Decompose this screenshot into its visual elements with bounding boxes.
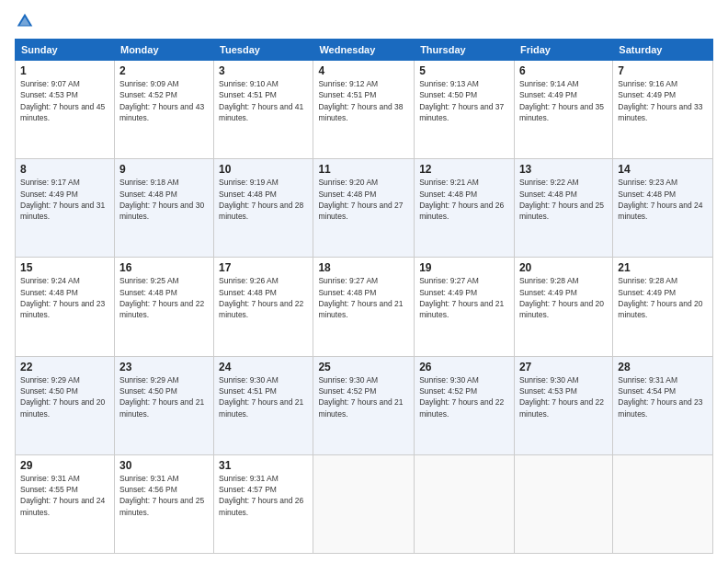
- day-number: 16: [119, 261, 209, 274]
- day-detail: Sunrise: 9:28 AMSunset: 4:49 PMDaylight:…: [618, 276, 702, 319]
- day-number: 13: [519, 163, 608, 176]
- calendar-cell: 22 Sunrise: 9:29 AMSunset: 4:50 PMDaylig…: [16, 356, 115, 454]
- day-number: 24: [219, 361, 308, 373]
- day-detail: Sunrise: 9:18 AMSunset: 4:48 PMDaylight:…: [119, 178, 204, 221]
- day-number: 11: [318, 163, 409, 176]
- calendar-cell: 11 Sunrise: 9:20 AMSunset: 4:48 PMDaylig…: [313, 159, 415, 258]
- day-number: 29: [20, 459, 109, 472]
- calendar-cell: [514, 454, 612, 553]
- calendar-cell: 7 Sunrise: 9:16 AMSunset: 4:49 PMDayligh…: [613, 61, 713, 159]
- calendar-cell: 25 Sunrise: 9:30 AMSunset: 4:52 PMDaylig…: [313, 356, 415, 454]
- day-number: 2: [119, 64, 209, 77]
- day-number: 21: [618, 261, 708, 274]
- day-detail: Sunrise: 9:17 AMSunset: 4:49 PMDaylight:…: [20, 178, 105, 221]
- day-number: 1: [20, 64, 109, 77]
- day-detail: Sunrise: 9:24 AMSunset: 4:48 PMDaylight:…: [20, 276, 105, 319]
- day-detail: Sunrise: 9:16 AMSunset: 4:49 PMDaylight:…: [618, 79, 702, 122]
- day-detail: Sunrise: 9:12 AMSunset: 4:51 PMDaylight:…: [318, 79, 403, 122]
- calendar-cell: 15 Sunrise: 9:24 AMSunset: 4:48 PMDaylig…: [16, 258, 115, 356]
- calendar-cell: 3 Sunrise: 9:10 AMSunset: 4:51 PMDayligh…: [214, 61, 313, 159]
- day-detail: Sunrise: 9:30 AMSunset: 4:51 PMDaylight:…: [219, 375, 303, 419]
- calendar-cell: 19 Sunrise: 9:27 AMSunset: 4:49 PMDaylig…: [415, 258, 515, 356]
- day-number: 20: [519, 261, 608, 274]
- calendar-cell: 18 Sunrise: 9:27 AMSunset: 4:48 PMDaylig…: [313, 258, 415, 356]
- calendar-cell: 9 Sunrise: 9:18 AMSunset: 4:48 PMDayligh…: [114, 159, 213, 258]
- day-number: 7: [618, 64, 708, 77]
- day-number: 28: [618, 361, 708, 373]
- day-number: 3: [219, 64, 308, 77]
- day-number: 6: [519, 64, 608, 77]
- day-detail: Sunrise: 9:29 AMSunset: 4:50 PMDaylight:…: [20, 375, 105, 419]
- week-row-2: 8 Sunrise: 9:17 AMSunset: 4:49 PMDayligh…: [16, 159, 713, 258]
- day-detail: Sunrise: 9:26 AMSunset: 4:48 PMDaylight:…: [219, 276, 303, 319]
- day-number: 18: [318, 261, 409, 274]
- day-detail: Sunrise: 9:29 AMSunset: 4:50 PMDaylight:…: [119, 375, 204, 419]
- calendar-cell: 16 Sunrise: 9:25 AMSunset: 4:48 PMDaylig…: [114, 258, 213, 356]
- day-detail: Sunrise: 9:10 AMSunset: 4:51 PMDaylight:…: [219, 79, 303, 122]
- day-number: 26: [419, 361, 509, 373]
- calendar-cell: [613, 454, 713, 553]
- calendar-cell: 1 Sunrise: 9:07 AMSunset: 4:53 PMDayligh…: [16, 61, 115, 159]
- day-detail: Sunrise: 9:28 AMSunset: 4:49 PMDaylight:…: [519, 276, 604, 319]
- calendar-cell: 6 Sunrise: 9:14 AMSunset: 4:49 PMDayligh…: [514, 61, 612, 159]
- day-detail: Sunrise: 9:14 AMSunset: 4:49 PMDaylight:…: [519, 79, 604, 122]
- day-number: 19: [419, 261, 509, 274]
- calendar-cell: 30 Sunrise: 9:31 AMSunset: 4:56 PMDaylig…: [114, 454, 213, 553]
- page: SundayMondayTuesdayWednesdayThursdayFrid…: [0, 0, 728, 563]
- day-detail: Sunrise: 9:30 AMSunset: 4:52 PMDaylight:…: [419, 375, 504, 419]
- day-number: 25: [318, 361, 409, 373]
- calendar-cell: 26 Sunrise: 9:30 AMSunset: 4:52 PMDaylig…: [415, 356, 515, 454]
- day-number: 31: [219, 459, 308, 472]
- day-number: 15: [20, 261, 109, 274]
- weekday-header-sunday: Sunday: [16, 40, 115, 61]
- weekday-header-row: SundayMondayTuesdayWednesdayThursdayFrid…: [16, 40, 713, 61]
- calendar-cell: 10 Sunrise: 9:19 AMSunset: 4:48 PMDaylig…: [214, 159, 313, 258]
- day-detail: Sunrise: 9:19 AMSunset: 4:48 PMDaylight:…: [219, 178, 303, 221]
- day-detail: Sunrise: 9:21 AMSunset: 4:48 PMDaylight:…: [419, 178, 504, 221]
- day-detail: Sunrise: 9:27 AMSunset: 4:49 PMDaylight:…: [419, 276, 504, 319]
- day-detail: Sunrise: 9:22 AMSunset: 4:48 PMDaylight:…: [519, 178, 604, 221]
- day-detail: Sunrise: 9:31 AMSunset: 4:57 PMDaylight:…: [219, 474, 303, 517]
- day-detail: Sunrise: 9:20 AMSunset: 4:48 PMDaylight:…: [318, 178, 403, 221]
- day-number: 9: [119, 163, 209, 176]
- calendar-cell: 8 Sunrise: 9:17 AMSunset: 4:49 PMDayligh…: [16, 159, 115, 258]
- calendar-cell: 24 Sunrise: 9:30 AMSunset: 4:51 PMDaylig…: [214, 356, 313, 454]
- weekday-header-friday: Friday: [514, 40, 612, 61]
- day-detail: Sunrise: 9:07 AMSunset: 4:53 PMDaylight:…: [20, 79, 105, 122]
- calendar-cell: 27 Sunrise: 9:30 AMSunset: 4:53 PMDaylig…: [514, 356, 612, 454]
- calendar-cell: 28 Sunrise: 9:31 AMSunset: 4:54 PMDaylig…: [613, 356, 713, 454]
- calendar-cell: 13 Sunrise: 9:22 AMSunset: 4:48 PMDaylig…: [514, 159, 612, 258]
- day-detail: Sunrise: 9:27 AMSunset: 4:48 PMDaylight:…: [318, 276, 403, 319]
- calendar-table: SundayMondayTuesdayWednesdayThursdayFrid…: [15, 39, 713, 554]
- day-detail: Sunrise: 9:25 AMSunset: 4:48 PMDaylight:…: [119, 276, 204, 319]
- calendar-cell: 5 Sunrise: 9:13 AMSunset: 4:50 PMDayligh…: [415, 61, 515, 159]
- day-number: 23: [119, 361, 209, 373]
- day-number: 5: [419, 64, 509, 77]
- logo-icon: [15, 11, 35, 31]
- header: [15, 11, 713, 31]
- day-detail: Sunrise: 9:31 AMSunset: 4:55 PMDaylight:…: [20, 474, 105, 517]
- week-row-4: 22 Sunrise: 9:29 AMSunset: 4:50 PMDaylig…: [16, 356, 713, 454]
- calendar-cell: [415, 454, 515, 553]
- day-number: 12: [419, 163, 509, 176]
- day-detail: Sunrise: 9:13 AMSunset: 4:50 PMDaylight:…: [419, 79, 504, 122]
- calendar-cell: 20 Sunrise: 9:28 AMSunset: 4:49 PMDaylig…: [514, 258, 612, 356]
- calendar-cell: [313, 454, 415, 553]
- calendar-cell: 31 Sunrise: 9:31 AMSunset: 4:57 PMDaylig…: [214, 454, 313, 553]
- calendar-cell: 17 Sunrise: 9:26 AMSunset: 4:48 PMDaylig…: [214, 258, 313, 356]
- day-detail: Sunrise: 9:23 AMSunset: 4:48 PMDaylight:…: [618, 178, 702, 221]
- day-number: 27: [519, 361, 608, 373]
- day-number: 30: [119, 459, 209, 472]
- day-number: 22: [20, 361, 109, 373]
- day-detail: Sunrise: 9:30 AMSunset: 4:53 PMDaylight:…: [519, 375, 604, 419]
- day-number: 14: [618, 163, 708, 176]
- calendar-cell: 2 Sunrise: 9:09 AMSunset: 4:52 PMDayligh…: [114, 61, 213, 159]
- weekday-header-saturday: Saturday: [613, 40, 713, 61]
- week-row-5: 29 Sunrise: 9:31 AMSunset: 4:55 PMDaylig…: [16, 454, 713, 553]
- day-number: 17: [219, 261, 308, 274]
- day-detail: Sunrise: 9:31 AMSunset: 4:54 PMDaylight:…: [618, 375, 702, 419]
- day-number: 10: [219, 163, 308, 176]
- weekday-header-tuesday: Tuesday: [214, 40, 313, 61]
- weekday-header-wednesday: Wednesday: [313, 40, 415, 61]
- day-detail: Sunrise: 9:30 AMSunset: 4:52 PMDaylight:…: [318, 375, 403, 419]
